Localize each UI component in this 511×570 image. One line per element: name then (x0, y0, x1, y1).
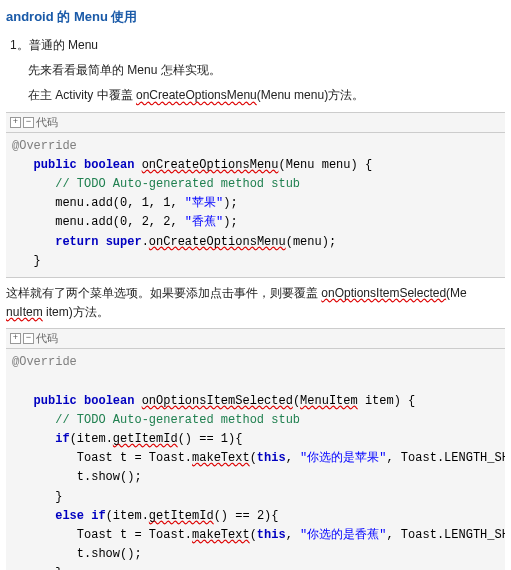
method-link: onOptionsItemSelected (321, 286, 446, 300)
text: 在主 Activity 中覆盖 (28, 88, 136, 102)
comment: // TODO Auto-generated method stub (55, 413, 300, 427)
collapse-icon[interactable]: − (23, 333, 34, 344)
comment: // TODO Auto-generated method stub (55, 177, 300, 191)
code-text: , (286, 528, 300, 542)
paragraph: 1。普通的 Menu (10, 36, 505, 55)
code-block: @Override public boolean onCreateOptions… (6, 133, 505, 278)
type-name: MenuItem (300, 394, 358, 408)
keyword: if (91, 509, 105, 523)
method-name: onCreateOptionsMenu (142, 158, 279, 172)
code-label: 代码 (36, 331, 58, 346)
code-text: , (286, 451, 300, 465)
code-text: } (55, 490, 62, 504)
keyword: this (257, 528, 286, 542)
string: "香蕉" (185, 215, 223, 229)
code-text: menu.add(0, 2, 2, (55, 215, 185, 229)
code-text: (menu); (286, 235, 336, 249)
code-text: ); (223, 196, 237, 210)
code-text: menu.add(0, 1, 1, (55, 196, 185, 210)
method-name: getItemId (149, 509, 214, 523)
method-link: onCreateOptionsMenu (136, 88, 257, 102)
keyword: boolean (84, 158, 134, 172)
code-text: (item. (70, 432, 113, 446)
code-block: @Override public boolean onOptionsItemSe… (6, 349, 505, 570)
keyword: if (55, 432, 69, 446)
code-text: ( (250, 528, 257, 542)
code-toolbar: + − 代码 (6, 328, 505, 349)
code-text: () == 1){ (178, 432, 243, 446)
code-text: . (142, 235, 149, 249)
code-text: ( (293, 394, 300, 408)
code-text: t.show(); (77, 547, 142, 561)
method-name: getItemId (113, 432, 178, 446)
code-text: } (34, 254, 41, 268)
code-text: item) { (358, 394, 416, 408)
code-text: t.show(); (77, 470, 142, 484)
keyword: else (55, 509, 84, 523)
method-name: makeText (192, 528, 250, 542)
keyword: return (55, 235, 98, 249)
paragraph: 先来看看最简单的 Menu 怎样实现。 (28, 61, 505, 80)
code-label: 代码 (36, 115, 58, 130)
keyword: super (106, 235, 142, 249)
annotation: @Override (12, 139, 77, 153)
code-text: , Toast.LENGTH_SHORT); (386, 528, 505, 542)
method-name: makeText (192, 451, 250, 465)
code-text: (item. (106, 509, 149, 523)
annotation: @Override (12, 355, 77, 369)
page-title: android 的 Menu 使用 (6, 8, 505, 26)
code-text: ( (250, 451, 257, 465)
code-text: Toast t = Toast. (77, 528, 192, 542)
keyword: this (257, 451, 286, 465)
expand-icon[interactable]: + (10, 117, 21, 128)
code-toolbar: + − 代码 (6, 112, 505, 133)
collapse-icon[interactable]: − (23, 117, 34, 128)
code-text: Toast t = Toast. (77, 451, 192, 465)
expand-icon[interactable]: + (10, 333, 21, 344)
keyword: public (34, 158, 77, 172)
code-text: , Toast.LENGTH_SHORT); (386, 451, 505, 465)
text: 这样就有了两个菜单选项。如果要添加点击事件，则要覆盖 (6, 286, 321, 300)
code-text: (Menu menu) { (278, 158, 372, 172)
text: item)方法。 (43, 305, 109, 319)
keyword: public (34, 394, 77, 408)
method-name: onOptionsItemSelected (142, 394, 293, 408)
method-link: nuItem (6, 305, 43, 319)
code-text: } (55, 566, 62, 570)
text: (Menu menu)方法。 (257, 88, 364, 102)
method-name: onCreateOptionsMenu (149, 235, 286, 249)
string: "苹果" (185, 196, 223, 210)
paragraph: 在主 Activity 中覆盖 onCreateOptionsMenu(Menu… (28, 86, 505, 105)
code-text: ); (223, 215, 237, 229)
string: "你选的是苹果" (300, 451, 386, 465)
keyword: boolean (84, 394, 134, 408)
code-text: () == 2){ (214, 509, 279, 523)
string: "你选的是香蕉" (300, 528, 386, 542)
text: (Me (446, 286, 467, 300)
paragraph: 这样就有了两个菜单选项。如果要添加点击事件，则要覆盖 onOptionsItem… (6, 284, 505, 322)
